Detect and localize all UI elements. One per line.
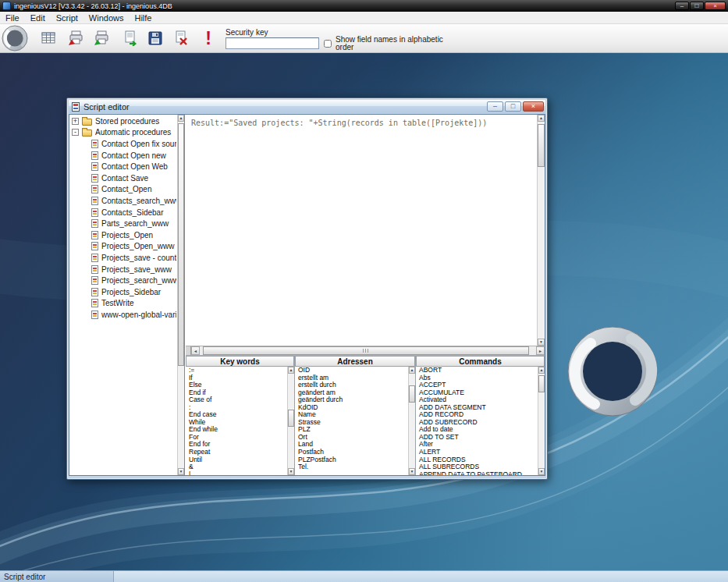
scroll-up-icon[interactable]: ▲ bbox=[178, 115, 184, 122]
code-scroll-thumb[interactable] bbox=[538, 124, 545, 167]
tree-item[interactable]: -Automatic procedures bbox=[69, 127, 176, 139]
tree-item[interactable]: Contact Open Web bbox=[69, 161, 176, 172]
keyword-item[interactable]: If bbox=[186, 374, 287, 382]
script-editor-titlebar[interactable]: Script editor – □ × bbox=[69, 100, 545, 113]
command-item[interactable]: Abs bbox=[416, 374, 538, 382]
tree-item[interactable]: Contacts_Sidebar bbox=[69, 207, 176, 218]
tree-scroll-track[interactable] bbox=[178, 122, 184, 468]
command-item[interactable]: ACCEPT bbox=[416, 381, 538, 389]
command-item[interactable]: ADD DATA SEGMENT bbox=[416, 404, 538, 412]
tree-item[interactable]: Contact_Open bbox=[69, 184, 176, 196]
tree-expander-icon[interactable]: + bbox=[72, 118, 79, 125]
hscroll-thumb[interactable] bbox=[203, 346, 529, 355]
adressen-scroll-thumb[interactable] bbox=[409, 385, 415, 403]
tree-item[interactable]: Projects_Open bbox=[69, 229, 176, 241]
alphabetic-order-checkbox[interactable] bbox=[324, 40, 332, 48]
scroll-up-icon[interactable]: ▲ bbox=[288, 367, 294, 374]
maximize-button[interactable]: □ bbox=[690, 2, 704, 10]
command-item[interactable]: ALL SUBRECORDS bbox=[416, 463, 538, 471]
close-button[interactable]: × bbox=[705, 2, 726, 10]
keyword-item[interactable]: End case bbox=[186, 411, 287, 419]
keyword-item[interactable]: For bbox=[186, 434, 287, 442]
code-horizontal-scrollbar[interactable]: ◄ ► bbox=[186, 346, 545, 356]
tree-item[interactable]: TestWrite bbox=[69, 298, 176, 310]
command-item[interactable]: ADD TO SET bbox=[416, 434, 538, 442]
keyword-item[interactable]: : bbox=[186, 404, 287, 412]
scroll-down-icon[interactable]: ▼ bbox=[538, 339, 545, 346]
field-item[interactable]: geändert am bbox=[295, 389, 408, 397]
keyword-item[interactable]: | bbox=[186, 471, 287, 475]
scroll-up-icon[interactable]: ▲ bbox=[409, 367, 415, 374]
command-item[interactable]: ACCUMULATE bbox=[416, 389, 538, 397]
command-item[interactable]: ABORT bbox=[416, 367, 538, 374]
command-item[interactable]: ADD RECORD bbox=[416, 411, 538, 419]
keyword-item[interactable]: End while bbox=[186, 426, 287, 434]
field-item[interactable]: Land bbox=[295, 441, 408, 449]
tree-scrollbar[interactable]: ▲ ▼ bbox=[177, 115, 184, 475]
security-key-input[interactable] bbox=[226, 37, 319, 49]
field-item[interactable]: geändert durch bbox=[295, 396, 408, 404]
keyword-item[interactable]: := bbox=[186, 367, 287, 374]
keyword-item[interactable]: End for bbox=[186, 441, 287, 449]
code-scroll-track[interactable] bbox=[538, 122, 545, 339]
menu-item[interactable]: Edit bbox=[25, 12, 51, 23]
minimize-button[interactable]: – bbox=[675, 2, 689, 10]
tree-item[interactable]: Projects_save_www bbox=[69, 264, 176, 275]
print-export-button[interactable] bbox=[66, 28, 86, 48]
tree-item[interactable]: +Stored procedures bbox=[69, 115, 176, 127]
tree-expander-icon[interactable]: - bbox=[72, 129, 79, 136]
editor-close-button[interactable]: × bbox=[523, 101, 544, 112]
keyword-item[interactable]: Case of bbox=[186, 396, 287, 404]
menu-item[interactable]: Hilfe bbox=[129, 12, 157, 23]
command-item[interactable]: Activated bbox=[416, 396, 538, 404]
commands-scrollbar[interactable]: ▲ ▼ bbox=[538, 367, 545, 475]
tree-item[interactable]: Parts_search_www bbox=[69, 218, 176, 229]
adressen-scrollbar[interactable]: ▲ ▼ bbox=[408, 367, 415, 475]
adressen-scroll-track[interactable] bbox=[409, 374, 415, 468]
field-item[interactable]: erstellt am bbox=[295, 374, 408, 382]
table-view-button[interactable] bbox=[38, 28, 59, 48]
tree-item[interactable]: Contact Open fix source bbox=[69, 138, 176, 150]
keywords-scroll-thumb[interactable] bbox=[288, 410, 294, 427]
tree-item[interactable]: Contacts_search_www bbox=[69, 195, 176, 207]
tree-scroll-thumb[interactable] bbox=[178, 123, 184, 366]
field-item[interactable]: Name bbox=[295, 411, 408, 419]
scroll-up-icon[interactable]: ▲ bbox=[538, 367, 545, 374]
command-item[interactable]: ALERT bbox=[416, 449, 538, 456]
editor-maximize-button[interactable]: □ bbox=[505, 101, 521, 112]
command-item[interactable]: ALL RECORDS bbox=[416, 456, 538, 464]
delete-script-button[interactable] bbox=[171, 28, 191, 48]
tree-item[interactable]: Projects_Sidebar bbox=[69, 286, 176, 298]
tree-item[interactable]: Contact Save bbox=[69, 172, 176, 184]
keyword-item[interactable]: Until bbox=[186, 456, 287, 464]
menu-item[interactable]: Windows bbox=[83, 12, 130, 23]
tree-item[interactable]: Projects_save - count shutte bbox=[69, 252, 176, 264]
commands-scroll-track[interactable] bbox=[538, 374, 545, 468]
field-item[interactable]: OID bbox=[295, 367, 408, 374]
tree-item[interactable]: www-open-global-variables bbox=[69, 309, 176, 321]
scroll-down-icon[interactable]: ▼ bbox=[288, 468, 294, 475]
tree-item[interactable]: Projects_Open_www bbox=[69, 241, 176, 253]
print-import-button[interactable] bbox=[91, 28, 112, 48]
commands-scroll-thumb[interactable] bbox=[538, 375, 545, 392]
scroll-down-icon[interactable]: ▼ bbox=[538, 468, 545, 475]
command-item[interactable]: Add to date bbox=[416, 426, 538, 434]
scroll-down-icon[interactable]: ▼ bbox=[178, 468, 184, 475]
hscroll-splitter[interactable] bbox=[186, 346, 191, 355]
command-item[interactable]: APPEND DATA TO PASTEBOARD bbox=[416, 471, 538, 475]
scroll-down-icon[interactable]: ▼ bbox=[409, 468, 415, 475]
hscroll-track[interactable] bbox=[200, 346, 536, 355]
keyword-item[interactable]: While bbox=[186, 419, 287, 427]
scroll-left-icon[interactable]: ◄ bbox=[191, 346, 200, 355]
keyword-item[interactable]: & bbox=[186, 463, 287, 471]
keyword-item[interactable]: Repeat bbox=[186, 449, 287, 456]
field-item[interactable]: erstellt durch bbox=[295, 381, 408, 389]
keywords-scrollbar[interactable]: ▲ ▼ bbox=[287, 367, 294, 475]
editor-minimize-button[interactable]: – bbox=[487, 101, 503, 112]
field-item[interactable]: PLZ bbox=[295, 426, 408, 434]
field-item[interactable]: Strasse bbox=[295, 419, 408, 427]
field-item[interactable]: PLZPostfach bbox=[295, 456, 408, 464]
scroll-right-icon[interactable]: ► bbox=[536, 346, 545, 355]
command-item[interactable]: ADD SUBRECORD bbox=[416, 419, 538, 427]
scroll-up-icon[interactable]: ▲ bbox=[538, 115, 545, 122]
